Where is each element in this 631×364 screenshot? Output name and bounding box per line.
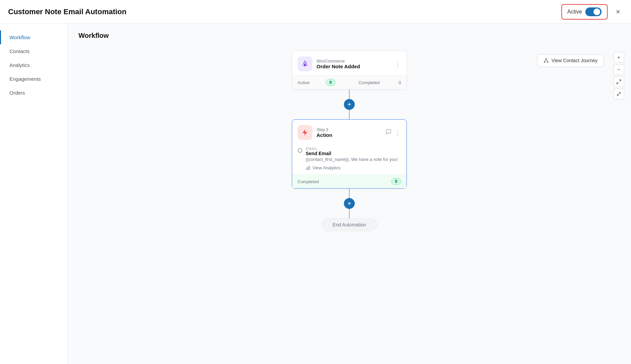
journey-icon — [543, 58, 549, 63]
view-journey-label: View Contact Journey — [552, 58, 598, 63]
trigger-completed-label: Completed — [358, 80, 380, 85]
trigger-menu-icon[interactable]: ⋮ — [394, 60, 401, 68]
svg-line-4 — [617, 82, 618, 84]
end-automation-node: End Automation — [322, 218, 377, 231]
action-icon-wrap — [298, 125, 312, 140]
sidebar: Workflow Contacts Analytics Engagements … — [0, 24, 68, 364]
trigger-subtitle: WooCommerce — [317, 59, 394, 64]
action-menu-icon[interactable]: ⋮ — [394, 128, 401, 137]
action-dot — [298, 148, 302, 153]
action-completed-label: Completed — [298, 179, 319, 184]
svg-rect-9 — [308, 167, 308, 170]
view-analytics-button[interactable]: View Analytics — [306, 165, 341, 170]
active-label: Active — [567, 9, 582, 15]
rocket-icon — [301, 60, 309, 68]
analytics-icon — [306, 166, 310, 170]
action-row: Email Send Email {{contact_first_name}},… — [298, 147, 401, 170]
line-bottom-top — [349, 189, 350, 198]
trigger-active-count: 0 — [326, 79, 335, 86]
sidebar-item-contacts[interactable]: Contacts — [0, 44, 67, 58]
zoom-out-button[interactable]: − — [613, 64, 624, 75]
connector-top: + — [344, 90, 355, 119]
action-card-info: Step 3 Action — [312, 127, 385, 138]
svg-line-6 — [619, 92, 621, 94]
fit-icon-1 — [616, 79, 622, 84]
page-title: Customer Note Email Automation — [8, 7, 126, 16]
active-toggle-wrapper[interactable]: Active — [561, 4, 608, 20]
fit-icon-2 — [616, 91, 622, 97]
view-analytics-label: View Analytics — [312, 165, 341, 170]
svg-line-3 — [619, 80, 621, 81]
close-button[interactable]: × — [613, 6, 623, 18]
toggle-knob — [593, 8, 600, 15]
action-completed-count: 0 — [391, 178, 401, 185]
svg-point-7 — [304, 62, 306, 64]
add-step-button-2[interactable]: + — [344, 198, 355, 209]
main-content: Workflow View Contact Journey + − — [68, 24, 631, 364]
header: Customer Note Email Automation Active × — [0, 0, 631, 24]
add-step-button-1[interactable]: + — [344, 99, 355, 110]
workflow-nodes: WooCommerce Order Note Added ⋮ Active 0 … — [288, 51, 410, 231]
zoom-controls: + − — [613, 52, 624, 99]
fit-view-button-2[interactable] — [613, 89, 624, 99]
header-right: Active × — [561, 4, 623, 20]
trigger-completed-count: 0 — [399, 80, 401, 85]
comment-icon[interactable] — [385, 129, 392, 137]
svg-line-5 — [617, 94, 618, 96]
sidebar-item-orders[interactable]: Orders — [0, 86, 67, 100]
workflow-title: Workflow — [68, 24, 631, 40]
action-description: {{contact_first_name}}, We have a note f… — [306, 157, 401, 162]
line-bottom-bot — [349, 209, 350, 218]
zoom-in-button[interactable]: + — [613, 52, 624, 63]
action-card-buttons: ⋮ — [385, 128, 401, 137]
active-toggle[interactable] — [585, 7, 602, 16]
svg-rect-10 — [309, 166, 310, 170]
action-card-footer: Completed 0 — [292, 174, 406, 188]
action-card[interactable]: Step 3 Action ⋮ — [292, 119, 407, 189]
trigger-icon-wrap — [298, 56, 312, 71]
action-card-body: Email Send Email {{contact_first_name}},… — [292, 144, 406, 174]
layout: Workflow Contacts Analytics Engagements … — [0, 24, 631, 364]
svg-rect-8 — [306, 168, 307, 170]
view-contact-journey-button[interactable]: View Contact Journey — [537, 54, 604, 67]
canvas-inner: View Contact Journey + − — [68, 44, 631, 348]
connector-bottom: + — [344, 189, 355, 218]
canvas: View Contact Journey + − — [68, 44, 631, 364]
action-content: Email Send Email {{contact_first_name}},… — [306, 147, 401, 170]
trigger-card-info: WooCommerce Order Note Added — [312, 59, 394, 69]
sidebar-item-workflow[interactable]: Workflow — [0, 30, 67, 44]
trigger-title: Order Note Added — [317, 64, 394, 69]
line-mid — [349, 110, 350, 119]
action-type-label: Email — [306, 147, 401, 151]
fit-view-button-1[interactable] — [613, 76, 624, 87]
sidebar-item-engagements[interactable]: Engagements — [0, 72, 67, 86]
sidebar-item-analytics[interactable]: Analytics — [0, 58, 67, 72]
trigger-card-footer: Active 0 Completed 0 — [292, 75, 406, 89]
trigger-card-header: WooCommerce Order Note Added ⋮ — [292, 51, 406, 75]
lightning-icon — [301, 129, 309, 136]
action-step-label: Step 3 — [317, 127, 385, 132]
line-top — [349, 90, 350, 99]
trigger-active-label: Active — [298, 80, 309, 85]
trigger-card[interactable]: WooCommerce Order Note Added ⋮ Active 0 … — [292, 51, 407, 90]
action-card-header: Step 3 Action ⋮ — [292, 120, 406, 144]
action-title: Action — [317, 132, 385, 138]
action-name: Send Email — [306, 151, 401, 156]
